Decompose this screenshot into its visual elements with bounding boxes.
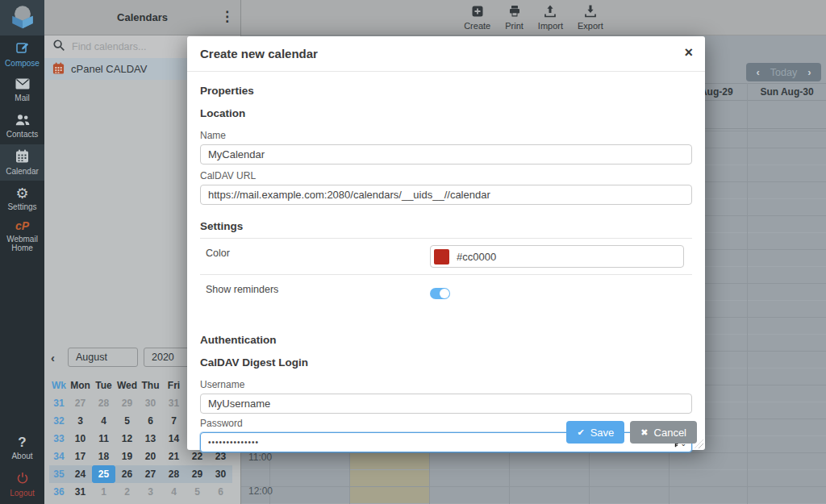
minical-day-cell[interactable]: 12 [115, 430, 139, 448]
show-reminders-toggle[interactable] [430, 288, 450, 299]
minical-day-cell[interactable]: 3 [139, 483, 162, 501]
gear-icon: ⚙ [15, 186, 28, 201]
minical-day-cell[interactable]: 31 [69, 483, 92, 501]
minical-day-cell[interactable]: 11 [92, 430, 115, 448]
create-calendar-dialog: Create new calendar × Properties Locatio… [187, 36, 705, 450]
minical-day-cell[interactable]: 19 [115, 448, 139, 465]
settings-rows: Color #cc0000 Show reminders [200, 238, 692, 310]
sidebar-item-settings[interactable]: ⚙ Settings [0, 181, 44, 217]
minical-week-number[interactable]: 32 [49, 412, 69, 430]
minical-day-cell[interactable]: 5 [186, 483, 209, 501]
search-icon [52, 39, 65, 55]
minical-day-cell[interactable]: 26 [115, 465, 139, 483]
minical-week-number[interactable]: 34 [49, 448, 69, 465]
save-button[interactable]: ✔ Save [566, 421, 624, 444]
prev-week-icon[interactable]: ‹ [756, 67, 759, 77]
minical-day-cell[interactable]: 27 [69, 394, 92, 412]
sidebar-label: Settings [7, 202, 36, 211]
minical-day-cell[interactable]: 27 [139, 465, 162, 483]
color-picker-field[interactable]: #cc0000 [430, 245, 684, 268]
sidebar-label: About [11, 452, 32, 460]
toggle-knob [440, 289, 449, 298]
close-icon[interactable]: × [684, 45, 693, 60]
color-value: #cc0000 [457, 251, 496, 263]
today-button-label: Today [770, 67, 797, 78]
calendar-item-label: cPanel CALDAV [71, 63, 147, 75]
app-logo[interactable] [0, 0, 44, 35]
minical-day-cell[interactable]: 28 [92, 394, 115, 412]
minical-week-number[interactable]: 31 [49, 394, 69, 412]
next-week-icon[interactable]: › [807, 67, 811, 77]
export-button[interactable]: Export [578, 5, 603, 31]
cancel-label: Cancel [654, 427, 686, 439]
print-button[interactable]: Print [505, 5, 524, 31]
minical-day-cell[interactable]: 4 [162, 483, 186, 501]
minical-today-cell[interactable]: 25 [92, 465, 115, 483]
minical-header-cell: Fri [162, 377, 186, 394]
sidebar-bottom: ? About Logout [0, 430, 44, 502]
minical-day-cell[interactable]: 29 [186, 465, 209, 483]
minical-day-cell[interactable]: 10 [69, 430, 92, 448]
minical-day-cell[interactable]: 6 [139, 412, 162, 430]
create-icon [471, 5, 484, 19]
sidebar-item-about[interactable]: ? About [0, 430, 44, 466]
section-location: Location [200, 107, 692, 119]
dialog-body: Properties Location Name CalDAV URL Sett… [187, 72, 705, 452]
mini-prev-month-icon[interactable]: ‹ [51, 351, 62, 364]
minical-day-cell[interactable]: 6 [209, 483, 232, 501]
year-select[interactable]: 2020 [144, 348, 190, 367]
minical-week-number[interactable]: 33 [49, 430, 69, 448]
create-button[interactable]: Create [464, 5, 490, 31]
minical-day-cell[interactable]: 24 [69, 465, 92, 483]
options-kebab-icon[interactable]: ⋮ [220, 8, 234, 25]
minical-day-cell[interactable]: 20 [139, 448, 162, 465]
sidebar-item-logout[interactable]: Logout [0, 466, 44, 502]
minical-day-cell[interactable]: 18 [92, 448, 115, 465]
time-label-12: 12:00 [248, 485, 273, 497]
minical-week-number[interactable]: 36 [49, 483, 69, 501]
name-field[interactable] [200, 144, 692, 165]
minical-day-cell[interactable]: 4 [92, 412, 115, 430]
color-label: Color [206, 245, 430, 259]
minical-day-cell[interactable]: 30 [209, 465, 232, 483]
mail-icon [15, 77, 30, 92]
section-authentication: Authentication [200, 334, 692, 346]
caldav-url-field[interactable] [200, 185, 692, 205]
minical-day-cell[interactable]: 13 [139, 430, 162, 448]
minical-header-cell: Wk [49, 377, 69, 394]
month-select[interactable]: August [68, 348, 138, 367]
minical-day-cell[interactable]: 17 [69, 448, 92, 465]
minical-day-cell[interactable]: 1 [92, 483, 115, 501]
compose-icon [15, 40, 30, 57]
minical-week-number[interactable]: 35 [49, 465, 69, 483]
minical-day-cell[interactable]: 29 [115, 394, 139, 412]
panel-title: Calendars [117, 11, 168, 23]
minical-day-cell[interactable]: 30 [139, 394, 162, 412]
minical-day-cell[interactable]: 7 [162, 412, 186, 430]
show-reminders-row: Show reminders [200, 274, 692, 310]
minical-day-cell[interactable]: 31 [162, 394, 186, 412]
dialog-header: Create new calendar × [187, 36, 705, 72]
today-button-group[interactable]: ‹ Today › [746, 63, 821, 81]
minical-day-cell[interactable]: 3 [69, 412, 92, 430]
day-header-sun: Sun Aug-30 [747, 84, 826, 100]
username-label: Username [200, 379, 692, 390]
minical-day-cell[interactable]: 5 [115, 412, 139, 430]
sidebar-item-calendar[interactable]: Calendar [0, 144, 44, 181]
calendar-icon [52, 62, 65, 77]
import-icon [544, 5, 557, 19]
cancel-button[interactable]: ✖ Cancel [630, 421, 697, 444]
import-label: Import [538, 21, 563, 31]
minical-day-cell[interactable]: 28 [162, 465, 186, 483]
minical-day-cell[interactable]: 2 [115, 483, 139, 501]
sidebar-item-contacts[interactable]: Contacts [0, 108, 44, 144]
sidebar-item-compose[interactable]: Compose [0, 35, 44, 72]
minical-day-cell[interactable]: 21 [162, 448, 186, 465]
caldav-url-label: CalDAV URL [200, 170, 692, 181]
sidebar-item-mail[interactable]: Mail [0, 72, 44, 108]
sidebar-item-webmail-home[interactable]: cP Webmail Home [0, 217, 44, 253]
question-icon: ? [18, 435, 26, 450]
minical-day-cell[interactable]: 14 [162, 430, 186, 448]
username-field[interactable] [200, 394, 692, 414]
import-button[interactable]: Import [538, 5, 563, 31]
